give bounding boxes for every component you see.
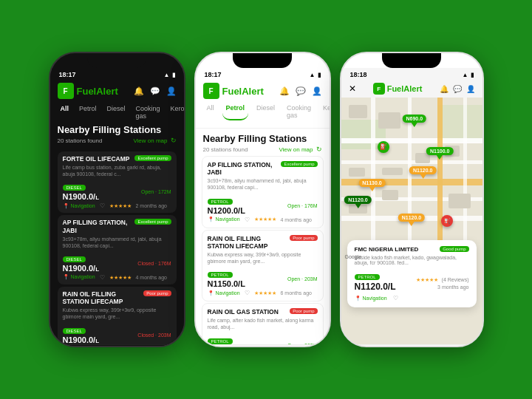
- refresh-icon-light[interactable]: ↻: [316, 146, 322, 153]
- navigate-btn-light-2[interactable]: 📍 Navigation: [208, 290, 240, 296]
- station-card-light-3[interactable]: RAIN OIL GAS STATION Poor pump Life camp…: [202, 303, 324, 344]
- map-station-name: FMC NIGERIA LIMITED: [355, 246, 440, 253]
- bottom-nav-map: ⛽ Home ♡ Favourite 🎁 Rewards ⚙ Settings: [341, 344, 482, 347]
- chat-icon-dark[interactable]: 💬: [150, 86, 160, 96]
- light-phone: 18:17 ▲ ▮ F FuelAlert 🔔 💬 👤: [194, 52, 331, 347]
- status-bar-light: 18:17 ▲ ▮: [196, 68, 330, 80]
- marker-pin-2: [437, 155, 443, 160]
- svg-rect-18: [449, 194, 471, 208]
- station-name-dark-3: RAIN OIL FILLING STATION LIFECAMP: [63, 290, 141, 305]
- tab-cooking-dark[interactable]: Cooking gas: [133, 103, 163, 121]
- station-desc-dark-2: 3c93+78m, aliyu mohammed rd, jabi, abuja…: [63, 236, 171, 249]
- station-desc-dark-3: Kubwa express way, 399r+3w9, opposite gb…: [63, 307, 171, 320]
- map-marker-1[interactable]: N690.0: [403, 115, 427, 127]
- fav-icon-dark-2[interactable]: ♡: [100, 274, 105, 281]
- map-header: ✕ F FuelAlert 🔔 💬 👤: [341, 80, 482, 98]
- map-marker-6[interactable]: N1120.0: [398, 214, 425, 226]
- tab-kerosene-light[interactable]: Kerosene: [319, 103, 330, 120]
- wifi-icon-light: ▲: [310, 72, 316, 78]
- station-count-dark: 20 stations found: [58, 137, 103, 144]
- tab-diesel-dark[interactable]: Diesel: [104, 103, 129, 121]
- tab-petrol-light[interactable]: Petrol: [222, 103, 249, 120]
- station-desc-dark-1: Life camp bus station, zuba garki rd, ab…: [63, 164, 171, 177]
- status-bar-map: 18:18 ▲ ▮: [341, 68, 482, 80]
- fuel-badge-dark-2: DIESEL: [63, 256, 86, 262]
- fuel-badge-dark-3: DIESEL: [63, 328, 86, 334]
- map-fav-icon[interactable]: ♡: [393, 295, 398, 301]
- stations-list-dark: FORTE OIL LIFECAMP Excellent pump Life c…: [50, 151, 184, 344]
- map-marker-5[interactable]: N1120.0: [409, 166, 436, 179]
- dark-header: F FuelAlert 🔔 💬 👤 All Petrol Diesel Cook…: [50, 80, 184, 151]
- section-title-light: Nearby Filling Stations: [203, 133, 322, 144]
- svg-rect-13: [378, 112, 400, 129]
- tab-cooking-light[interactable]: Cooking gas: [283, 103, 315, 120]
- price-dark-3: N1900.0/L: [63, 335, 100, 344]
- marker-price-2: N1100.0: [426, 147, 453, 155]
- fav-icon-light-2[interactable]: ♡: [245, 290, 250, 296]
- light-screen: F FuelAlert 🔔 💬 👤 All Petrol Diesel Cook…: [196, 80, 330, 347]
- bell-icon-dark[interactable]: 🔔: [134, 86, 144, 96]
- status-light-2: Open · 203M: [287, 276, 317, 282]
- marker-price-4: N1120.0: [344, 196, 371, 204]
- time-ago-light-1: 4 months ago: [281, 217, 312, 222]
- station-card-dark-2[interactable]: AP FILLING STATION, JABI Excellent pump …: [58, 215, 177, 284]
- view-map-light[interactable]: View on map: [279, 146, 313, 153]
- station-card-light-2[interactable]: RAIN OIL FILLING STATION LIFECAMP Poor p…: [202, 230, 324, 302]
- map-area[interactable]: N690.0 N1100.0 N1130.0 N1120.0: [341, 98, 482, 344]
- map-navigate-btn[interactable]: 📍 Navigation: [355, 296, 387, 301]
- station-card-light-1[interactable]: AP FILLING STATION, JABI Excellent pump …: [202, 156, 324, 228]
- map-fuel-badge: PETROL: [355, 274, 380, 280]
- badge-dark-1: Excellent pump: [134, 155, 171, 161]
- station-icon-1[interactable]: ⛽: [378, 141, 389, 153]
- marker-price-5: N1120.0: [409, 166, 436, 174]
- fav-icon-dark-1[interactable]: ♡: [100, 202, 105, 209]
- marker-pin-6: [409, 222, 415, 226]
- navigate-btn-dark-2[interactable]: 📍 Navigation: [63, 274, 95, 280]
- map-marker-3[interactable]: N1130.0: [358, 179, 385, 191]
- filter-tabs-light: All Petrol Diesel Cooking gas Kerosene: [203, 103, 322, 120]
- station-desc-light-1: 3c93+78m, aliyu mohammed rd, jabi, abuja…: [208, 177, 318, 191]
- map-marker-4[interactable]: N1120.0: [344, 196, 371, 208]
- station-card-dark-1[interactable]: FORTE OIL LIFECAMP Excellent pump Life c…: [58, 151, 177, 213]
- station-desc-light-3: Life camp, after kado fish market, along…: [208, 317, 318, 330]
- user-icon-dark[interactable]: 👤: [166, 86, 177, 96]
- rating-light-1: ★★★★★: [254, 216, 276, 222]
- brand-logo-dark: F FuelAlert 🔔 💬 👤: [58, 83, 177, 99]
- fav-icon-light-1[interactable]: ♡: [245, 216, 250, 223]
- chat-icon-light[interactable]: 💬: [296, 86, 306, 96]
- refresh-icon-dark[interactable]: ↻: [171, 137, 177, 144]
- bottom-nav-dark: ⛽ Home ♡ Favourite 🎁 Rewards ⚙ Settings: [50, 344, 184, 347]
- tab-petrol-dark[interactable]: Petrol: [76, 103, 100, 121]
- map-info-card[interactable]: FMC NIGERIA LIMITED Good pump Beside kad…: [347, 240, 477, 307]
- bell-icon-map[interactable]: 🔔: [440, 85, 449, 93]
- map-price: N1120.0/L: [355, 282, 396, 292]
- chat-icon-map[interactable]: 💬: [453, 85, 462, 93]
- tab-all-light[interactable]: All: [203, 103, 218, 120]
- section-sub-light: 20 stations found View on map ↻: [196, 146, 330, 153]
- user-icon-light[interactable]: 👤: [312, 86, 322, 96]
- station-card-dark-3[interactable]: RAIN OIL FILLING STATION LIFECAMP Poor p…: [58, 287, 177, 344]
- navigate-btn-light-1[interactable]: 📍 Navigation: [208, 216, 240, 222]
- marker-pin-4: [355, 204, 361, 208]
- back-button-map[interactable]: ✕: [349, 83, 356, 94]
- user-icon-map[interactable]: 👤: [466, 85, 475, 93]
- svg-rect-20: [382, 190, 398, 200]
- station-name-dark-1: FORTE OIL LIFECAMP: [63, 155, 132, 163]
- station-icon-2[interactable]: ⛽: [441, 215, 453, 227]
- time-ago-light-2: 6 months ago: [281, 290, 312, 296]
- tab-kerosene-dark[interactable]: Kerosene: [168, 103, 185, 121]
- badge-light-3: Poor pump: [290, 308, 317, 314]
- tab-diesel-light[interactable]: Diesel: [253, 103, 279, 120]
- logo-icon-light: F: [203, 83, 219, 99]
- status-light-1: Open · 176M: [287, 203, 317, 208]
- status-dark-1: Open · 172M: [141, 189, 171, 194]
- tab-all-dark[interactable]: All: [58, 103, 72, 121]
- navigate-btn-dark-1[interactable]: 📍 Navigation: [63, 203, 95, 209]
- map-marker-2[interactable]: N1100.0: [426, 147, 453, 160]
- map-screen: ✕ F FuelAlert 🔔 💬 👤: [341, 80, 482, 347]
- view-map-link-dark[interactable]: View on map: [133, 137, 167, 144]
- bell-icon-light[interactable]: 🔔: [279, 86, 290, 96]
- svg-rect-3: [341, 138, 482, 143]
- logo-icon-dark: F: [58, 83, 74, 99]
- map-reviews: (4 Reviews): [442, 277, 469, 282]
